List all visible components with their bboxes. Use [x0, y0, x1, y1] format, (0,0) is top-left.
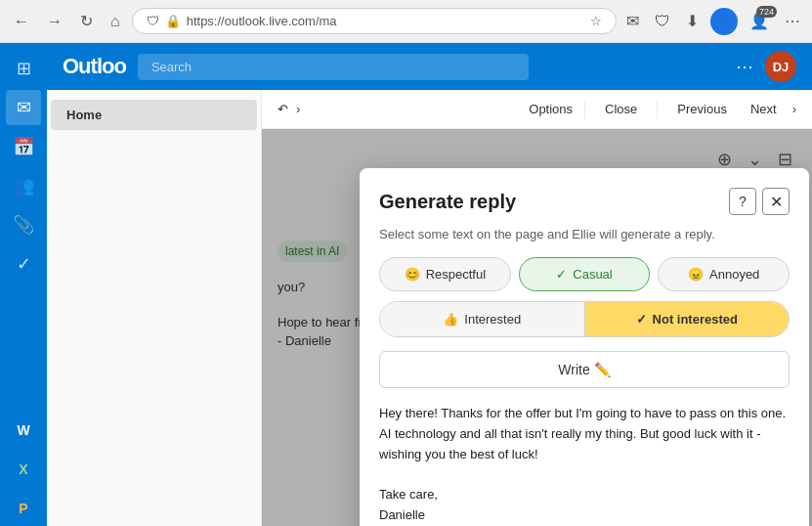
annoyed-label: Annoyed [709, 267, 759, 282]
sidebar-item-calendar[interactable]: 📅 [6, 129, 41, 164]
outlook-logo: Outloo [63, 54, 126, 79]
thumbs-up-icon: 👍 [443, 312, 458, 327]
interest-buttons-row: 👍 Interested ✓ Not interested [379, 301, 790, 337]
annoyed-emoji: 😠 [688, 267, 704, 282]
notification-badge: 724 [756, 6, 777, 18]
help-button[interactable]: ? [729, 188, 756, 215]
write-button[interactable]: Write ✏️ [379, 351, 790, 388]
sidebar-item-word[interactable]: W [6, 413, 41, 448]
modal-header-buttons: ? ✕ [729, 188, 790, 215]
sidebar-item-mail[interactable]: ✉ [6, 90, 41, 125]
email-toolbar: ↶ › Options Close Previous Next › [262, 90, 812, 129]
download-button[interactable]: ⬇ [682, 8, 703, 34]
address-bar[interactable]: 🛡 🔒 https://outlook.live.com/ma ☆ [132, 8, 617, 34]
write-label: Write ✏️ [558, 362, 610, 377]
not-interested-check-icon: ✓ [636, 312, 647, 327]
modal-overlay: Generate reply ? ✕ Select some text on t… [262, 129, 812, 526]
modal-header: Generate reply ? ✕ [379, 188, 790, 215]
respectful-emoji: 😊 [405, 267, 420, 282]
search-input[interactable] [138, 54, 529, 80]
url-text: https://outlook.live.com/ma [187, 14, 337, 28]
tone-casual-button[interactable]: ✓ Casual [519, 257, 651, 291]
not-interested-button[interactable]: ✓ Not interested [585, 302, 790, 336]
close-button[interactable]: Close [597, 98, 645, 120]
casual-check-icon: ✓ [556, 267, 567, 282]
refresh-button[interactable]: ↻ [74, 8, 99, 34]
generate-reply-modal: Generate reply ? ✕ Select some text on t… [360, 168, 809, 526]
sidebar-item-files[interactable]: 📎 [6, 207, 41, 242]
email-panel: ↶ › Options Close Previous Next › ⊕ [262, 90, 812, 526]
badge-button[interactable]: 👤 724 [746, 8, 773, 34]
back-button[interactable]: ← [8, 9, 35, 34]
toolbar-separator [584, 100, 585, 119]
chevron-end-icon: › [792, 102, 796, 116]
previous-button[interactable]: Previous [669, 98, 735, 120]
avatar-label: 👤 [718, 16, 730, 26]
user-avatar[interactable]: DJ [765, 51, 796, 82]
sidebar: ⊞ ✉ 📅 👥 📎 ✓ W X P [0, 43, 47, 526]
next-button[interactable]: Next [743, 98, 785, 120]
interested-button[interactable]: 👍 Interested [380, 302, 585, 336]
left-panel: Home [47, 90, 262, 526]
modal-title: Generate reply [379, 191, 516, 213]
home-button[interactable]: ⌂ [105, 9, 126, 34]
email-icon-button[interactable]: ✉ [622, 8, 643, 34]
tone-annoyed-button[interactable]: 😠 Annoyed [658, 257, 790, 291]
email-reading-area[interactable]: ⊕ ⌄ ⊟ ↩ ↩ ↪ ⋯ Thu 22/12/2022 08:02 lates… [262, 129, 812, 526]
sidebar-item-powerpoint[interactable]: P [6, 491, 41, 526]
nav-item-home[interactable]: Home [51, 100, 257, 130]
sidebar-apps-icon[interactable]: ⊞ [6, 51, 41, 86]
header-actions: ⋯ DJ [732, 51, 796, 82]
modal-subtitle: Select some text on the page and Ellie w… [379, 227, 790, 241]
not-interested-label: Not interested [653, 312, 738, 327]
content-area: Home ↶ › Options Close Previous Next › [47, 90, 812, 526]
bitwarden-button[interactable]: 🛡 [651, 9, 674, 34]
star-icon: ☆ [590, 14, 602, 28]
sidebar-item-todo[interactable]: ✓ [6, 246, 41, 282]
forward-button[interactable]: → [41, 9, 68, 34]
sidebar-item-people[interactable]: 👥 [6, 168, 41, 203]
tone-buttons-row: 😊 Respectful ✓ Casual 😠 Annoyed [379, 257, 790, 291]
browser-icons: ✉ 🛡 ⬇ 👤 👤 724 ⋯ [622, 8, 804, 35]
outlook-header: Outloo ⋯ DJ [47, 43, 812, 90]
browser-chrome: ← → ↻ ⌂ 🛡 🔒 https://outlook.live.com/ma … [0, 0, 812, 43]
sidebar-item-excel[interactable]: X [6, 452, 41, 487]
respectful-label: Respectful [426, 267, 486, 282]
shield-icon: 🛡 [147, 14, 159, 28]
app-container: ⊞ ✉ 📅 👥 📎 ✓ W X P Outloo ⋯ DJ Home [0, 43, 812, 526]
main-content: Outloo ⋯ DJ Home ↶ › Options [47, 43, 812, 526]
options-label: Options [529, 102, 573, 116]
interested-label: Interested [464, 312, 521, 327]
toolbar-separator-2 [657, 100, 658, 119]
tone-respectful-button[interactable]: 😊 Respectful [379, 257, 511, 291]
profile-avatar[interactable]: 👤 [710, 8, 738, 35]
more-options-button[interactable]: ⋯ [732, 52, 757, 81]
close-modal-button[interactable]: ✕ [762, 188, 790, 215]
more-button[interactable]: ⋯ [781, 8, 804, 34]
chevron-icon: › [296, 102, 300, 116]
lock-icon: 🔒 [165, 14, 181, 28]
undo-icon: ↶ [278, 102, 288, 116]
reply-text: Hey there! Thanks for the offer but I'm … [379, 404, 790, 526]
casual-label: Casual [573, 267, 612, 282]
